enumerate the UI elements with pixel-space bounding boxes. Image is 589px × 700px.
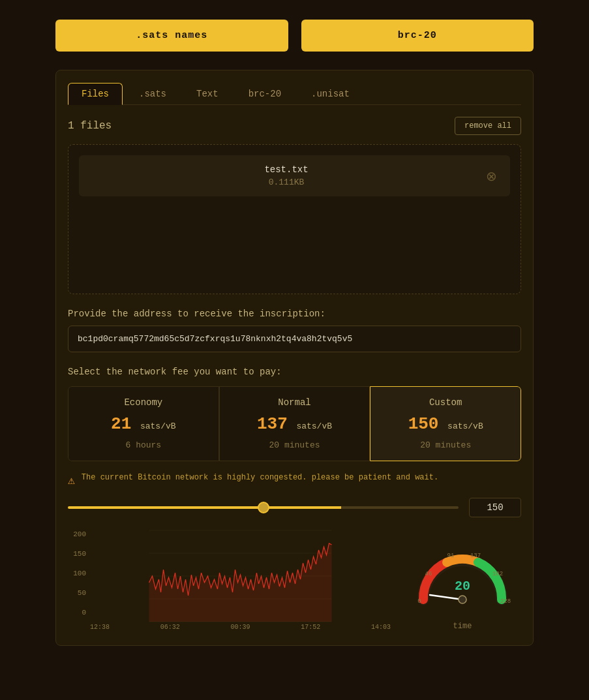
warning-text: The current Bitcoin network is highly co… <box>82 472 438 483</box>
remove-file-button[interactable]: ⊗ <box>483 170 500 183</box>
file-name: test.txt <box>89 164 483 175</box>
sats-names-button[interactable]: .sats names <box>55 20 288 52</box>
address-label: Provide the address to receive the inscr… <box>68 309 521 319</box>
fee-option-economy[interactable]: Economy 21 sats/vB 6 hours <box>68 386 219 461</box>
chart-y-labels: 200 150 100 50 0 <box>68 530 86 631</box>
fee-option-normal[interactable]: Normal 137 sats/vB 20 minutes <box>219 386 370 461</box>
fee-slider[interactable] <box>68 506 459 509</box>
fee-options: Economy 21 sats/vB 6 hours Normal 137 sa… <box>68 386 521 461</box>
slider-container <box>68 498 521 517</box>
svg-marker-5 <box>149 543 332 622</box>
fee-custom-title: Custom <box>378 397 513 408</box>
fee-economy-value-row: 21 sats/vB <box>76 414 211 434</box>
chart-container: 200 150 100 50 0 <box>68 530 391 631</box>
svg-point-7 <box>459 596 466 603</box>
speedometer-time-label: time <box>404 622 521 631</box>
file-info: test.txt 0.111KB <box>89 164 483 187</box>
fee-custom-value-row: 150 sats/vB <box>378 414 513 434</box>
fee-option-custom[interactable]: Custom 150 sats/vB 20 minutes <box>370 386 521 461</box>
svg-text:0: 0 <box>417 598 421 605</box>
fee-economy-time: 6 hours <box>76 440 211 450</box>
svg-line-6 <box>430 595 462 600</box>
top-buttons: .sats names brc-20 <box>55 20 534 52</box>
fee-normal-title: Normal <box>228 397 362 408</box>
fee-economy-unit: sats/vB <box>140 421 176 431</box>
svg-text:91: 91 <box>447 553 455 559</box>
fee-economy-title: Economy <box>76 397 211 408</box>
tabs-bar: Files .sats Text brc-20 .unisat <box>68 82 521 105</box>
svg-text:46: 46 <box>425 571 432 577</box>
file-size: 0.111KB <box>89 177 483 187</box>
files-header: 1 files remove all <box>68 117 521 135</box>
remove-all-button[interactable]: remove all <box>455 117 521 135</box>
svg-text:228: 228 <box>500 598 511 605</box>
svg-text:20: 20 <box>455 579 470 594</box>
fee-custom-time: 20 minutes <box>378 440 513 450</box>
fee-custom-unit: sats/vB <box>447 421 483 431</box>
fee-economy-value: 21 <box>111 414 131 434</box>
bottom-section: 200 150 100 50 0 <box>68 530 521 631</box>
tab-sats[interactable]: .sats <box>125 83 180 105</box>
warning-box: ⚠ The current Bitcoin network is highly … <box>68 472 521 487</box>
fee-normal-time: 20 minutes <box>228 440 362 450</box>
chart-x-labels: 12:38 06:32 00:39 17:52 14:03 <box>90 624 391 631</box>
fee-normal-unit: sats/vB <box>296 421 332 431</box>
file-item: test.txt 0.111KB ⊗ <box>79 155 510 196</box>
chart-svg <box>90 530 391 622</box>
fee-custom-value: 150 <box>408 414 439 434</box>
files-count: 1 files <box>68 120 112 132</box>
fee-normal-value-row: 137 sats/vB <box>228 414 362 434</box>
slider-value-input[interactable] <box>469 498 521 517</box>
speedometer-svg: 20 0 46 91 137 182 228 <box>410 538 515 616</box>
speedometer-container: 20 0 46 91 137 182 228 time <box>404 538 521 631</box>
fee-label: Select the network fee you want to pay: <box>68 367 521 377</box>
tabs-container: Files .sats Text brc-20 .unisat 1 files … <box>55 70 534 646</box>
fee-normal-value: 137 <box>257 414 288 434</box>
drop-area[interactable]: test.txt 0.111KB ⊗ <box>68 144 521 294</box>
address-input[interactable] <box>68 326 521 352</box>
tab-files[interactable]: Files <box>68 83 123 105</box>
warning-icon: ⚠ <box>68 473 75 487</box>
tab-text[interactable]: Text <box>183 83 232 105</box>
brc20-button[interactable]: brc-20 <box>301 20 534 52</box>
close-circle-icon: ⊗ <box>486 169 497 183</box>
svg-text:182: 182 <box>492 571 503 577</box>
tab-brc20[interactable]: brc-20 <box>235 83 295 105</box>
tab-content: 1 files remove all test.txt 0.111KB ⊗ Pr… <box>68 105 521 645</box>
svg-text:137: 137 <box>470 553 481 559</box>
tab-unisat[interactable]: .unisat <box>297 83 363 105</box>
